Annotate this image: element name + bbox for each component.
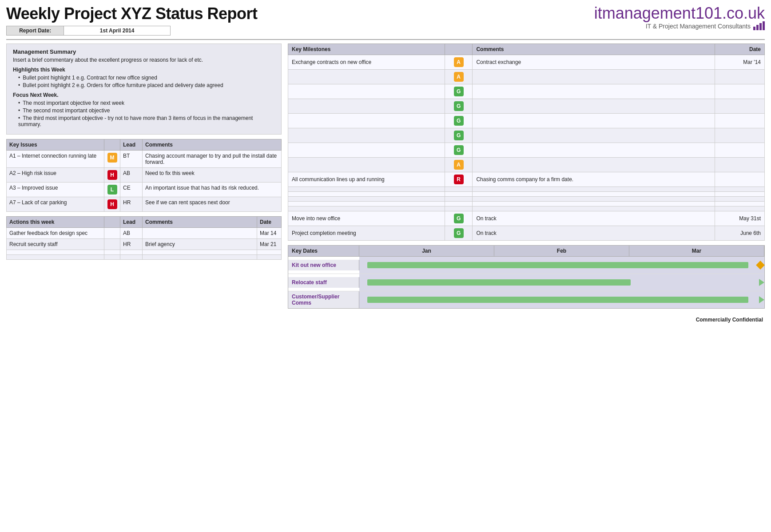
milestone-name: Project completion meeting [288, 226, 445, 241]
milestone-name [288, 206, 445, 211]
gantt-row-key: Kit out new office [288, 260, 359, 270]
badge-G: G [454, 131, 464, 140]
key-issues-section: Key Issues Lead Comments A1 – Internet c… [6, 139, 282, 212]
brand-name: itmanagement101.co.uk [594, 4, 765, 22]
milestone-name: All communication lines up and running [288, 172, 445, 187]
table-row: Exchange contracts on new officeAContrac… [288, 55, 765, 70]
milestone-comments [473, 158, 715, 172]
highlight-item-2: Bullet point highlight 2 e.g. Orders for… [13, 82, 275, 88]
milestones-col-date: Date [715, 44, 764, 55]
issue-lead: HR [120, 197, 143, 212]
milestone-name: Exchange contracts on new office [288, 55, 445, 70]
gantt-bar [367, 297, 748, 303]
badge-A: A [454, 72, 464, 82]
milestone-date [715, 197, 764, 202]
header-left: Weekly Project XYZ Status Report Report … [6, 4, 258, 36]
milestone-badge-cell: G [445, 84, 473, 99]
issue-badge-cell: H [104, 168, 120, 183]
list-item: Customer/Supplier Comms [288, 291, 764, 308]
table-row: A2 – High risk issue H AB Need to fix th… [7, 168, 282, 183]
milestone-comments [473, 99, 715, 114]
milestone-name [288, 114, 445, 128]
gantt-month-mar: Mar [629, 246, 764, 256]
milestone-name [288, 99, 445, 114]
table-row: G [288, 114, 765, 128]
actions-col-action: Actions this week [7, 217, 104, 228]
management-summary-title: Management Summary [13, 48, 275, 55]
badge-G: G [454, 214, 464, 223]
action-badge-cell [104, 228, 120, 239]
gantt-months-header: Jan Feb Mar [359, 246, 764, 256]
milestone-date [715, 114, 764, 128]
key-issues-table: Key Issues Lead Comments A1 – Internet c… [6, 139, 282, 212]
milestone-comments [473, 128, 715, 143]
milestone-date [715, 70, 764, 84]
gantt-bar [367, 279, 631, 286]
issue-name: A1 – Internet connection running late [7, 151, 104, 168]
focus-item-3: The third most important objective - try… [13, 115, 275, 127]
table-row: G [288, 99, 765, 114]
milestone-comments: On track [473, 211, 715, 226]
action-badge-cell [104, 239, 120, 250]
actions-col-badge [104, 217, 120, 228]
table-row [7, 255, 282, 260]
action-name: Gather feedback fon design spec [7, 228, 104, 239]
report-date-value: 1st April 2014 [64, 26, 170, 35]
milestone-date [715, 99, 764, 114]
milestone-name [288, 128, 445, 143]
table-row: All communication lines up and runningRC… [288, 172, 765, 187]
main-divider [6, 39, 765, 40]
milestone-comments: Contract exchange [473, 55, 715, 70]
gantt-row-bars [359, 257, 764, 274]
focus-title: Focus Next Week. [13, 92, 275, 98]
milestone-name [288, 143, 445, 158]
action-comments [143, 255, 257, 260]
table-row [288, 192, 765, 197]
issue-name: A7 – Lack of car parking [7, 197, 104, 212]
milestone-name: Move into new office [288, 211, 445, 226]
milestone-date: Mar '14 [715, 55, 764, 70]
milestone-comments [473, 70, 715, 84]
confidential-notice: Commercially Confidential [288, 317, 765, 323]
main-content: Management Summary Insert a brief commen… [6, 44, 765, 323]
action-lead: HR [120, 239, 143, 250]
list-item: Relocate staff [288, 274, 764, 291]
milestone-name [288, 197, 445, 202]
report-date-label: Report Date: [7, 26, 64, 35]
action-lead: AB [120, 228, 143, 239]
badge-H: H [107, 170, 117, 180]
issue-lead: BT [120, 151, 143, 168]
milestones-col-badge [445, 44, 473, 55]
milestone-date [715, 202, 764, 206]
table-row: Project completion meetingGOn trackJune … [288, 226, 765, 241]
milestone-badge-cell [445, 206, 473, 211]
milestone-name [288, 84, 445, 99]
milestone-comments [473, 206, 715, 211]
gantt-bar [367, 262, 748, 268]
milestone-date [715, 84, 764, 99]
table-row: G [288, 143, 765, 158]
key-issues-col-badge [104, 139, 120, 151]
management-summary-intro: Insert a brief commentary about the exce… [13, 57, 275, 63]
brand-tagline-text: IT & Project Management Consultants [646, 23, 751, 30]
key-issues-col-comments: Comments [143, 139, 282, 151]
gantt-section: Key Dates Jan Feb Mar Kit out new office… [288, 245, 765, 309]
issue-badge-cell: M [104, 151, 120, 168]
issue-name: A3 – Improved issue [7, 183, 104, 197]
table-row: A1 – Internet connection running late M … [7, 151, 282, 168]
milestone-name [288, 202, 445, 206]
badge-G: G [454, 101, 464, 111]
table-row: A [288, 70, 765, 84]
milestone-date [715, 143, 764, 158]
milestone-badge-cell [445, 197, 473, 202]
page-title: Weekly Project XYZ Status Report [6, 4, 258, 23]
badge-G: G [454, 116, 464, 126]
action-date [257, 255, 282, 260]
milestone-comments [473, 202, 715, 206]
brand-tagline: IT & Project Management Consultants [646, 22, 765, 30]
milestone-name [288, 70, 445, 84]
milestone-date [715, 158, 764, 172]
gantt-key-dates-header: Key Dates [288, 246, 359, 256]
milestone-date [715, 192, 764, 197]
action-date [257, 250, 282, 255]
